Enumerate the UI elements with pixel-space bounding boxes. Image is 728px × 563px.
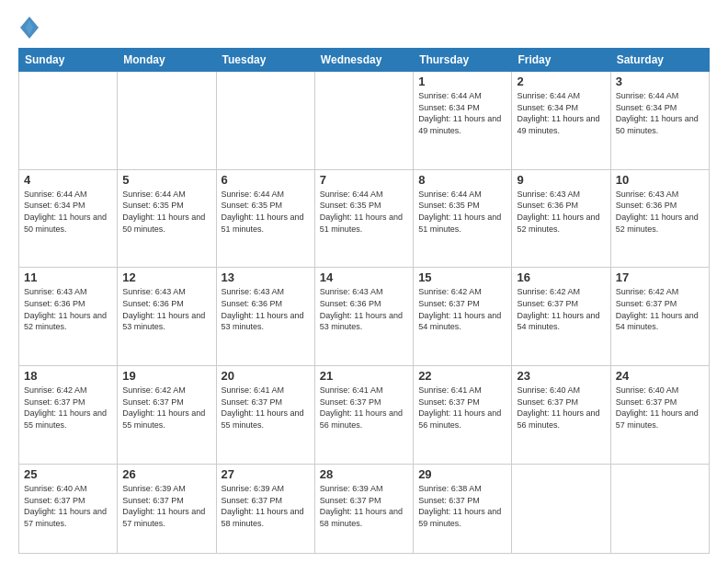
calendar-weekday-wednesday: Wednesday: [314, 49, 413, 72]
calendar-header-row: SundayMondayTuesdayWednesdayThursdayFrid…: [19, 49, 710, 72]
cell-text: Sunrise: 6:42 AM Sunset: 6:37 PM Dayligh…: [616, 286, 704, 332]
cell-text: Sunrise: 6:44 AM Sunset: 6:35 PM Dayligh…: [418, 189, 506, 235]
cell-text: Sunrise: 6:44 AM Sunset: 6:34 PM Dayligh…: [24, 189, 112, 235]
calendar-weekday-monday: Monday: [118, 49, 216, 72]
day-number: 14: [320, 270, 408, 284]
cell-text: Sunrise: 6:40 AM Sunset: 6:37 PM Dayligh…: [517, 385, 605, 431]
calendar-weekday-sunday: Sunday: [19, 49, 118, 72]
calendar-cell: 6Sunrise: 6:44 AM Sunset: 6:35 PM Daylig…: [216, 169, 314, 268]
cell-text: Sunrise: 6:42 AM Sunset: 6:37 PM Dayligh…: [122, 385, 210, 431]
cell-text: Sunrise: 6:41 AM Sunset: 6:37 PM Dayligh…: [222, 385, 310, 431]
calendar-cell: [610, 464, 709, 553]
day-number: 26: [122, 467, 210, 481]
calendar-cell: 1Sunrise: 6:44 AM Sunset: 6:34 PM Daylig…: [414, 72, 512, 170]
calendar-cell: 29Sunrise: 6:38 AM Sunset: 6:37 PM Dayli…: [414, 464, 512, 553]
day-number: 12: [122, 270, 210, 284]
cell-text: Sunrise: 6:41 AM Sunset: 6:37 PM Dayligh…: [418, 385, 506, 431]
day-number: 15: [418, 270, 506, 284]
day-number: 11: [24, 270, 112, 284]
day-number: 20: [222, 369, 310, 383]
day-number: 16: [517, 270, 605, 284]
day-number: 19: [122, 369, 210, 383]
calendar-cell: 17Sunrise: 6:42 AM Sunset: 6:37 PM Dayli…: [610, 268, 709, 366]
calendar-cell: 25Sunrise: 6:40 AM Sunset: 6:37 PM Dayli…: [19, 464, 118, 553]
cell-text: Sunrise: 6:43 AM Sunset: 6:36 PM Dayligh…: [122, 286, 210, 332]
cell-text: Sunrise: 6:40 AM Sunset: 6:37 PM Dayligh…: [24, 483, 112, 529]
cell-text: Sunrise: 6:43 AM Sunset: 6:36 PM Dayligh…: [616, 189, 704, 235]
day-number: 2: [517, 75, 605, 88]
calendar-cell: 9Sunrise: 6:43 AM Sunset: 6:36 PM Daylig…: [512, 169, 610, 268]
calendar-cell: [314, 72, 413, 170]
day-number: 3: [616, 75, 704, 88]
calendar-week-1: 1Sunrise: 6:44 AM Sunset: 6:34 PM Daylig…: [19, 72, 710, 170]
calendar-cell: 2Sunrise: 6:44 AM Sunset: 6:34 PM Daylig…: [512, 72, 610, 170]
calendar-cell: 5Sunrise: 6:44 AM Sunset: 6:35 PM Daylig…: [118, 169, 216, 268]
calendar-cell: 7Sunrise: 6:44 AM Sunset: 6:35 PM Daylig…: [314, 169, 413, 268]
cell-text: Sunrise: 6:40 AM Sunset: 6:37 PM Dayligh…: [616, 385, 704, 431]
calendar-weekday-tuesday: Tuesday: [216, 49, 314, 72]
cell-text: Sunrise: 6:43 AM Sunset: 6:36 PM Dayligh…: [517, 189, 605, 235]
cell-text: Sunrise: 6:44 AM Sunset: 6:35 PM Dayligh…: [320, 189, 408, 235]
day-number: 25: [24, 467, 112, 481]
calendar-cell: 21Sunrise: 6:41 AM Sunset: 6:37 PM Dayli…: [314, 366, 413, 465]
day-number: 21: [320, 369, 408, 383]
calendar-cell: [216, 72, 314, 170]
cell-text: Sunrise: 6:41 AM Sunset: 6:37 PM Dayligh…: [320, 385, 408, 431]
day-number: 6: [222, 173, 310, 187]
calendar-cell: [19, 72, 118, 170]
cell-text: Sunrise: 6:39 AM Sunset: 6:37 PM Dayligh…: [222, 483, 310, 529]
calendar-cell: 16Sunrise: 6:42 AM Sunset: 6:37 PM Dayli…: [512, 268, 610, 366]
day-number: 4: [24, 173, 112, 187]
day-number: 24: [616, 369, 704, 383]
day-number: 17: [616, 270, 704, 284]
calendar-cell: 28Sunrise: 6:39 AM Sunset: 6:37 PM Dayli…: [314, 464, 413, 553]
cell-text: Sunrise: 6:43 AM Sunset: 6:36 PM Dayligh…: [24, 286, 112, 332]
header: [18, 15, 710, 40]
calendar-cell: [512, 464, 610, 553]
cell-text: Sunrise: 6:42 AM Sunset: 6:37 PM Dayligh…: [24, 385, 112, 431]
calendar-cell: 8Sunrise: 6:44 AM Sunset: 6:35 PM Daylig…: [414, 169, 512, 268]
calendar-cell: 14Sunrise: 6:43 AM Sunset: 6:36 PM Dayli…: [314, 268, 413, 366]
calendar-cell: 27Sunrise: 6:39 AM Sunset: 6:37 PM Dayli…: [216, 464, 314, 553]
calendar-cell: 24Sunrise: 6:40 AM Sunset: 6:37 PM Dayli…: [610, 366, 709, 465]
calendar-cell: 22Sunrise: 6:41 AM Sunset: 6:37 PM Dayli…: [414, 366, 512, 465]
cell-text: Sunrise: 6:39 AM Sunset: 6:37 PM Dayligh…: [122, 483, 210, 529]
cell-text: Sunrise: 6:43 AM Sunset: 6:36 PM Dayligh…: [320, 286, 408, 332]
calendar-weekday-thursday: Thursday: [414, 49, 512, 72]
cell-text: Sunrise: 6:44 AM Sunset: 6:35 PM Dayligh…: [222, 189, 310, 235]
cell-text: Sunrise: 6:44 AM Sunset: 6:35 PM Dayligh…: [122, 189, 210, 235]
calendar-cell: 19Sunrise: 6:42 AM Sunset: 6:37 PM Dayli…: [118, 366, 216, 465]
calendar-cell: 20Sunrise: 6:41 AM Sunset: 6:37 PM Dayli…: [216, 366, 314, 465]
cell-text: Sunrise: 6:44 AM Sunset: 6:34 PM Dayligh…: [517, 90, 605, 136]
cell-text: Sunrise: 6:39 AM Sunset: 6:37 PM Dayligh…: [320, 483, 408, 529]
day-number: 5: [122, 173, 210, 187]
calendar-cell: [118, 72, 216, 170]
page: SundayMondayTuesdayWednesdayThursdayFrid…: [0, 0, 728, 563]
calendar-weekday-friday: Friday: [512, 49, 610, 72]
day-number: 29: [418, 467, 506, 481]
calendar-cell: 12Sunrise: 6:43 AM Sunset: 6:36 PM Dayli…: [118, 268, 216, 366]
logo: [18, 15, 44, 40]
cell-text: Sunrise: 6:38 AM Sunset: 6:37 PM Dayligh…: [418, 483, 506, 529]
calendar-cell: 11Sunrise: 6:43 AM Sunset: 6:36 PM Dayli…: [19, 268, 118, 366]
day-number: 8: [418, 173, 506, 187]
logo-icon: [18, 15, 40, 40]
day-number: 13: [222, 270, 310, 284]
calendar-table: SundayMondayTuesdayWednesdayThursdayFrid…: [18, 48, 710, 554]
day-number: 1: [418, 75, 506, 88]
day-number: 28: [320, 467, 408, 481]
calendar-week-5: 25Sunrise: 6:40 AM Sunset: 6:37 PM Dayli…: [19, 464, 710, 553]
day-number: 7: [320, 173, 408, 187]
calendar-cell: 18Sunrise: 6:42 AM Sunset: 6:37 PM Dayli…: [19, 366, 118, 465]
day-number: 27: [222, 467, 310, 481]
day-number: 9: [517, 173, 605, 187]
calendar-week-3: 11Sunrise: 6:43 AM Sunset: 6:36 PM Dayli…: [19, 268, 710, 366]
calendar-cell: 3Sunrise: 6:44 AM Sunset: 6:34 PM Daylig…: [610, 72, 709, 170]
calendar-cell: 10Sunrise: 6:43 AM Sunset: 6:36 PM Dayli…: [610, 169, 709, 268]
cell-text: Sunrise: 6:44 AM Sunset: 6:34 PM Dayligh…: [616, 90, 704, 136]
day-number: 23: [517, 369, 605, 383]
calendar-week-2: 4Sunrise: 6:44 AM Sunset: 6:34 PM Daylig…: [19, 169, 710, 268]
calendar-cell: 13Sunrise: 6:43 AM Sunset: 6:36 PM Dayli…: [216, 268, 314, 366]
cell-text: Sunrise: 6:42 AM Sunset: 6:37 PM Dayligh…: [517, 286, 605, 332]
cell-text: Sunrise: 6:44 AM Sunset: 6:34 PM Dayligh…: [418, 90, 506, 136]
